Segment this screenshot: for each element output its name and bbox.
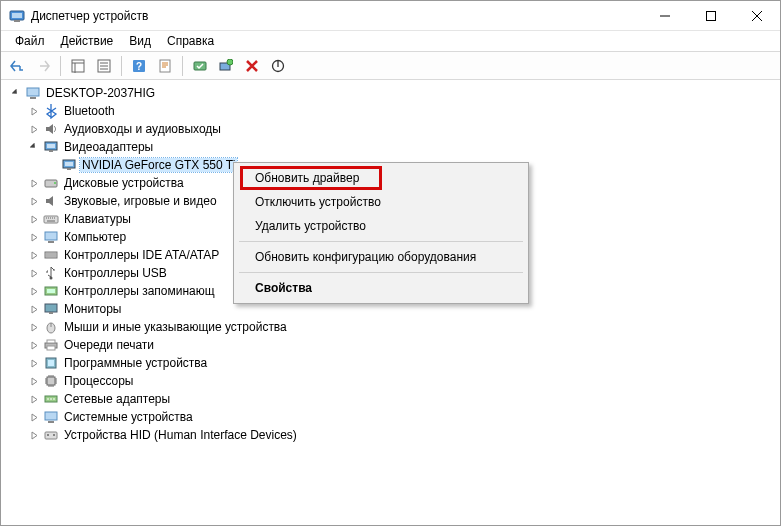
tree-item-label: Очереди печати bbox=[62, 338, 156, 352]
close-button[interactable] bbox=[734, 1, 780, 31]
ctx-properties[interactable]: Свойства bbox=[237, 276, 525, 300]
menu-view[interactable]: Вид bbox=[121, 32, 159, 50]
menu-file[interactable]: Файл bbox=[7, 32, 53, 50]
toolbar-help-icon[interactable]: ? bbox=[127, 55, 151, 77]
collapse-icon[interactable] bbox=[27, 140, 41, 154]
svg-rect-37 bbox=[48, 360, 54, 366]
minimize-button[interactable] bbox=[642, 1, 688, 31]
tree-item-printq[interactable]: Очереди печати bbox=[27, 336, 772, 354]
svg-rect-25 bbox=[48, 241, 54, 243]
expand-icon[interactable] bbox=[27, 248, 41, 262]
expand-icon[interactable] bbox=[27, 302, 41, 316]
ide-icon bbox=[43, 247, 59, 263]
ctx-update-driver[interactable]: Обновить драйвер bbox=[237, 166, 525, 190]
tree-item-label: Видеоадаптеры bbox=[62, 140, 155, 154]
expand-icon[interactable] bbox=[27, 212, 41, 226]
svg-rect-17 bbox=[49, 150, 53, 152]
tree-item-label: Системные устройства bbox=[62, 410, 195, 424]
cpu-icon bbox=[43, 373, 59, 389]
tree-root[interactable]: DESKTOP-2037HIG bbox=[9, 84, 772, 102]
toolbar-back-icon[interactable] bbox=[5, 55, 29, 77]
ctx-disable-device[interactable]: Отключить устройство bbox=[237, 190, 525, 214]
svg-point-43 bbox=[47, 434, 49, 436]
toolbar-scan-icon[interactable] bbox=[214, 55, 238, 77]
window-title: Диспетчер устройств bbox=[31, 9, 642, 23]
menu-action[interactable]: Действие bbox=[53, 32, 122, 50]
tree-item-hid[interactable]: Устройства HID (Human Interface Devices) bbox=[27, 426, 772, 444]
network-icon bbox=[43, 391, 59, 407]
software-icon bbox=[43, 355, 59, 371]
tree-item-network[interactable]: Сетевые адаптеры bbox=[27, 390, 772, 408]
menu-help[interactable]: Справка bbox=[159, 32, 222, 50]
toolbar-detail-icon[interactable] bbox=[66, 55, 90, 77]
tree-item-mouse[interactable]: Мыши и иные указывающие устройства bbox=[27, 318, 772, 336]
toolbar-list-icon[interactable] bbox=[92, 55, 116, 77]
hid-icon bbox=[43, 427, 59, 443]
toolbar-forward-icon[interactable] bbox=[31, 55, 55, 77]
svg-rect-35 bbox=[47, 346, 55, 350]
toolbar-properties-icon[interactable] bbox=[153, 55, 177, 77]
ctx-scan-hardware[interactable]: Обновить конфигурацию оборудования bbox=[237, 245, 525, 269]
collapse-icon[interactable] bbox=[9, 86, 23, 100]
tree-item-display-adapters[interactable]: Видеоадаптеры bbox=[27, 138, 772, 156]
svg-rect-40 bbox=[45, 412, 57, 420]
svg-rect-8 bbox=[160, 60, 170, 72]
maximize-button[interactable] bbox=[688, 1, 734, 31]
display-adapter-icon bbox=[43, 139, 59, 155]
tree-item-software[interactable]: Программные устройства bbox=[27, 354, 772, 372]
expand-icon[interactable] bbox=[27, 230, 41, 244]
context-menu: Обновить драйвер Отключить устройство Уд… bbox=[233, 162, 529, 304]
ctx-separator bbox=[239, 241, 523, 242]
tree-item-label: Мониторы bbox=[62, 302, 123, 316]
display-adapter-icon bbox=[61, 157, 77, 173]
tree-item-label: Контроллеры IDE ATA/ATAP bbox=[62, 248, 221, 262]
expand-icon[interactable] bbox=[27, 320, 41, 334]
toolbar-uninstall-icon[interactable] bbox=[240, 55, 264, 77]
tree-item-audio[interactable]: Аудиовходы и аудиовыходы bbox=[27, 120, 772, 138]
expand-icon[interactable] bbox=[27, 374, 41, 388]
toolbar-separator bbox=[60, 56, 61, 76]
tree-item-label: Аудиовходы и аудиовыходы bbox=[62, 122, 223, 136]
tree-item-label: Bluetooth bbox=[62, 104, 117, 118]
expand-icon[interactable] bbox=[27, 122, 41, 136]
tree-item-label: Контроллеры USB bbox=[62, 266, 169, 280]
expand-icon[interactable] bbox=[27, 266, 41, 280]
expand-icon[interactable] bbox=[27, 392, 41, 406]
svg-rect-30 bbox=[45, 304, 57, 312]
svg-rect-41 bbox=[48, 421, 54, 423]
tree-item-cpu[interactable]: Процессоры bbox=[27, 372, 772, 390]
expand-icon[interactable] bbox=[27, 104, 41, 118]
svg-rect-13 bbox=[27, 88, 39, 96]
svg-rect-2 bbox=[14, 20, 20, 22]
expand-icon[interactable] bbox=[27, 338, 41, 352]
bluetooth-icon bbox=[43, 103, 59, 119]
svg-point-22 bbox=[54, 182, 56, 184]
svg-rect-4 bbox=[72, 60, 84, 72]
expand-icon[interactable] bbox=[27, 194, 41, 208]
tree-root-label: DESKTOP-2037HIG bbox=[44, 86, 157, 100]
tree-item-label: Процессоры bbox=[62, 374, 136, 388]
tree-item-system[interactable]: Системные устройства bbox=[27, 408, 772, 426]
ctx-uninstall-device[interactable]: Удалить устройство bbox=[237, 214, 525, 238]
expand-icon[interactable] bbox=[27, 356, 41, 370]
toolbar: ? bbox=[1, 52, 780, 80]
storage-icon bbox=[43, 283, 59, 299]
tree-item-label: Клавиатуры bbox=[62, 212, 133, 226]
disk-icon bbox=[43, 175, 59, 191]
tree-item-label: Программные устройства bbox=[62, 356, 209, 370]
toolbar-update-icon[interactable] bbox=[188, 55, 212, 77]
expand-icon[interactable] bbox=[27, 410, 41, 424]
window-controls bbox=[642, 1, 780, 30]
svg-text:?: ? bbox=[136, 61, 142, 72]
toolbar-disable-icon[interactable] bbox=[266, 55, 290, 77]
mouse-icon bbox=[43, 319, 59, 335]
tree-item-bluetooth[interactable]: Bluetooth bbox=[27, 102, 772, 120]
expand-icon[interactable] bbox=[27, 284, 41, 298]
expand-icon[interactable] bbox=[27, 428, 41, 442]
expand-icon[interactable] bbox=[27, 176, 41, 190]
usb-icon bbox=[43, 265, 59, 281]
tree-item-label-selected: NVIDIA GeForce GTX 550 Ti bbox=[80, 158, 237, 172]
svg-rect-26 bbox=[45, 252, 57, 258]
tree-item-label: Дисковые устройства bbox=[62, 176, 186, 190]
svg-rect-23 bbox=[44, 216, 58, 223]
